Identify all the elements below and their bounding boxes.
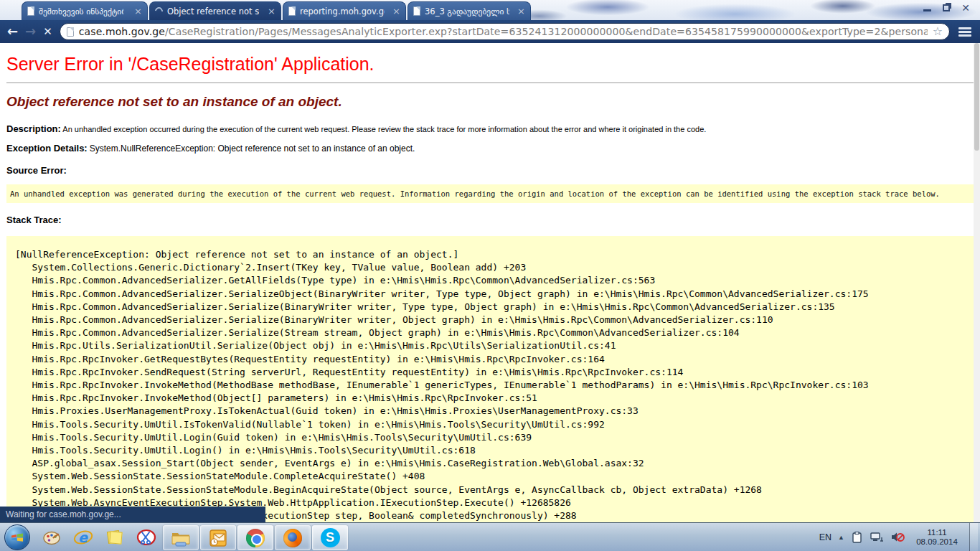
exception-label: Exception Details: — [6, 143, 88, 154]
show-desktop-button[interactable] — [969, 523, 978, 551]
chrome-menu-icon[interactable] — [957, 26, 973, 38]
internet-explorer-icon[interactable]: e — [67, 524, 99, 551]
tab-36-3[interactable]: 36_3 გადაუდებელი სტა × — [407, 1, 531, 20]
sticky-notes-icon[interactable] — [99, 524, 131, 551]
source-error-box: An unhandled exception was generated dur… — [6, 184, 976, 203]
page-icon — [413, 6, 420, 16]
outlook-icon[interactable] — [200, 525, 236, 550]
tab-title: Object reference not set t — [167, 6, 259, 17]
start-button[interactable] — [4, 524, 30, 550]
tab-close-icon[interactable]: × — [268, 6, 275, 16]
url-path: /CaseRegistration/Pages/MessagesAnalytic… — [165, 26, 928, 37]
stop-button[interactable]: ✕ — [43, 27, 52, 37]
restore-icon[interactable] — [943, 4, 950, 11]
desktop-screen: შემთხვევის ინსპექტირე × Object reference… — [0, 0, 980, 551]
close-icon[interactable]: ✕ — [961, 3, 970, 13]
stack-trace-label: Stack Trace: — [6, 215, 980, 225]
url-host: case.moh.gov.ge — [79, 26, 165, 37]
description-label: Description: — [6, 123, 61, 134]
tab-close-icon[interactable]: × — [134, 6, 142, 16]
tab-title: 36_3 გადაუდებელი სტა — [425, 6, 509, 17]
skype-icon[interactable]: S — [312, 525, 348, 550]
tab-title: შემთხვევის ინსპექტირე — [39, 6, 123, 17]
svg-text:e: e — [78, 529, 88, 545]
page-icon — [27, 6, 34, 16]
tab-close-icon[interactable]: × — [392, 6, 400, 16]
action-center-icon[interactable] — [851, 531, 863, 544]
hidden-icons-icon[interactable]: ▲ — [838, 534, 844, 541]
network-icon[interactable] — [870, 532, 884, 543]
bookmark-star-icon[interactable]: ☆ — [933, 26, 943, 37]
tab-error-page-active[interactable]: Object reference not set t × — [149, 1, 281, 20]
description-text: An unhandled exception occurred during t… — [62, 125, 706, 133]
exception-text: System.NullReferenceException: Object re… — [90, 143, 415, 154]
description-line: Description: An unhandled exception occu… — [6, 123, 980, 134]
page-title: Server Error in '/CaseRegistration' Appl… — [6, 54, 980, 75]
volume-muted-icon[interactable] — [890, 531, 905, 543]
paint-icon[interactable] — [36, 524, 67, 551]
language-indicator[interactable]: EN — [819, 532, 831, 542]
back-button[interactable]: ← — [7, 25, 18, 38]
clock[interactable]: 11:11 08.09.2014 — [911, 528, 963, 547]
firefox-icon[interactable] — [275, 525, 311, 550]
windows-explorer-icon[interactable] — [163, 525, 199, 550]
error-subtitle: Object reference not set to an instance … — [6, 94, 980, 110]
stack-trace-box: [NullReferenceException: Object referenc… — [6, 236, 976, 522]
browser-toolbar: ← → ✕ case.moh.gov.ge/CaseRegistration/P… — [0, 20, 980, 43]
windows-flag-icon — [10, 530, 24, 545]
divider — [6, 83, 974, 83]
system-tray: EN ▲ 11:11 08.09.2014 — [819, 523, 980, 551]
clock-time: 11:11 — [911, 528, 963, 537]
tab-reporting[interactable]: reporting.moh.gov.ge/Re × — [283, 1, 406, 20]
scrollbar-thumb[interactable] — [974, 43, 979, 151]
tab-close-icon[interactable]: × — [517, 6, 525, 16]
exception-details-line: Exception Details: System.NullReferenceE… — [6, 143, 980, 154]
status-bar: Waiting for case.moh.gov.ge... — [0, 507, 265, 522]
error-page-content: Server Error in '/CaseRegistration' Appl… — [0, 43, 980, 522]
loading-spinner-icon — [154, 6, 164, 17]
url-text: case.moh.gov.ge/CaseRegistration/Pages/M… — [79, 26, 928, 37]
snipping-tool-icon[interactable] — [131, 524, 162, 551]
address-bar[interactable]: case.moh.gov.ge/CaseRegistration/Pages/M… — [60, 23, 950, 40]
page-icon — [67, 27, 74, 37]
clock-date: 08.09.2014 — [911, 537, 963, 547]
taskbar: e — [0, 522, 980, 551]
vertical-scrollbar[interactable] — [974, 43, 980, 522]
minimize-icon[interactable] — [923, 5, 931, 11]
window-controls: ✕ — [923, 3, 970, 13]
tab-title: reporting.moh.gov.ge/Re — [300, 6, 385, 17]
page-icon — [288, 6, 296, 16]
chrome-icon[interactable] — [237, 525, 273, 550]
source-error-label: Source Error: — [6, 165, 980, 176]
forward-button[interactable]: → — [25, 25, 36, 38]
browser-tab-strip: შემთხვევის ინსპექტირე × Object reference… — [0, 0, 980, 20]
tab-inspection[interactable]: შემთხვევის ინსპექტირე × — [22, 1, 148, 20]
stack-trace-text: [NullReferenceException: Object referenc… — [15, 248, 976, 522]
